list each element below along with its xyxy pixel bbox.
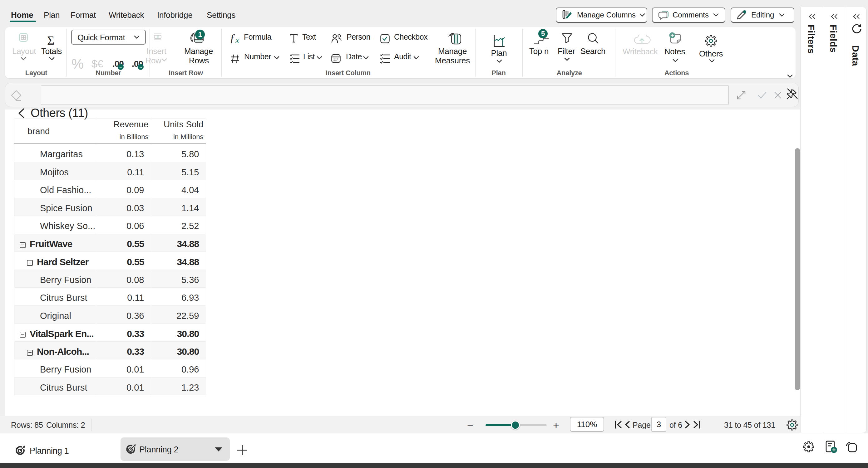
svg-text:x: x [235, 35, 240, 43]
svg-text:f: f [230, 34, 235, 43]
